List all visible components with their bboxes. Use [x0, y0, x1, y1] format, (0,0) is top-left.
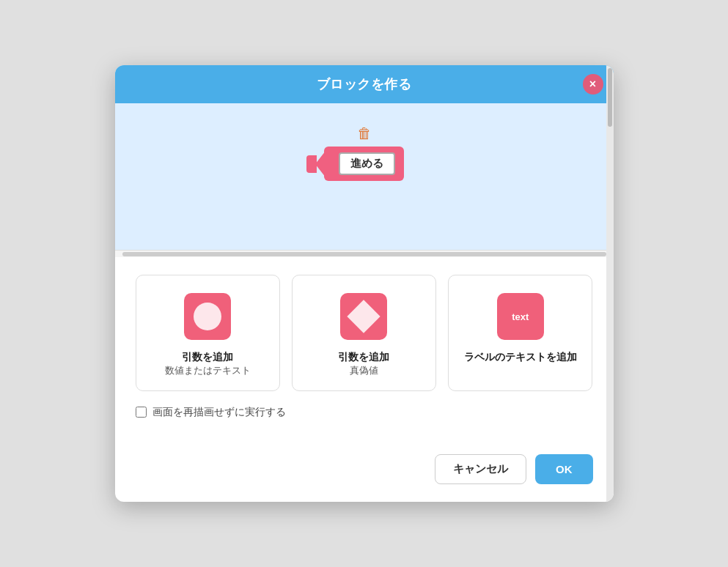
modal-header: ブロックを作る ×	[115, 65, 614, 103]
diamond-shape	[348, 300, 380, 333]
scrollbar-thumb	[608, 68, 612, 127]
option-label-2: 引数を追加 真偽値	[338, 350, 389, 377]
option-label-1: 引数を追加 数値またはテキスト	[165, 350, 251, 377]
circle-shape	[194, 303, 221, 330]
checkbox-label: 画面を再描画せずに実行する	[152, 406, 286, 419]
block-inner-label: 進める	[339, 152, 395, 175]
block-container: 進める	[324, 147, 404, 181]
modal-footer: キャンセル OK	[115, 454, 614, 502]
options-grid: 引数を追加 数値またはテキスト 引数を追加 真偽値	[136, 275, 593, 390]
options-area: 引数を追加 数値またはテキスト 引数を追加 真偽値	[115, 257, 614, 453]
modal-title: ブロックを作る	[317, 75, 412, 93]
trash-icon[interactable]: 🗑	[357, 125, 372, 142]
arg-bool-icon	[340, 293, 387, 340]
no-redraw-checkbox[interactable]	[136, 407, 147, 418]
modal-dialog: ブロックを作る × 🗑 進める	[115, 65, 614, 501]
option-card-add-label-text[interactable]: text ラベルのテキストを追加	[448, 275, 592, 390]
scrollbar-track[interactable]	[122, 252, 606, 256]
modal-scrollbar[interactable]	[606, 65, 614, 501]
scroll-area	[115, 250, 614, 257]
modal-inner: ブロックを作る × 🗑 進める	[115, 65, 614, 501]
block-puzzle: 進める	[324, 147, 404, 181]
text-icon: text	[497, 293, 544, 340]
arg-value-icon	[184, 293, 231, 340]
preview-area: 🗑 進める	[115, 103, 614, 250]
option-card-add-arg-bool[interactable]: 引数を追加 真偽値	[292, 275, 436, 390]
ok-button[interactable]: OK	[535, 454, 593, 484]
checkbox-row: 画面を再描画せずに実行する	[136, 406, 593, 419]
option-label-3: ラベルのテキストを追加	[464, 350, 577, 365]
close-button[interactable]: ×	[583, 74, 603, 94]
option-card-add-arg-value[interactable]: 引数を追加 数値またはテキスト	[136, 275, 280, 390]
cancel-button[interactable]: キャンセル	[435, 454, 526, 484]
block-body[interactable]: 進める	[324, 147, 404, 181]
modal-overlay: ブロックを作る × 🗑 進める	[0, 0, 728, 567]
